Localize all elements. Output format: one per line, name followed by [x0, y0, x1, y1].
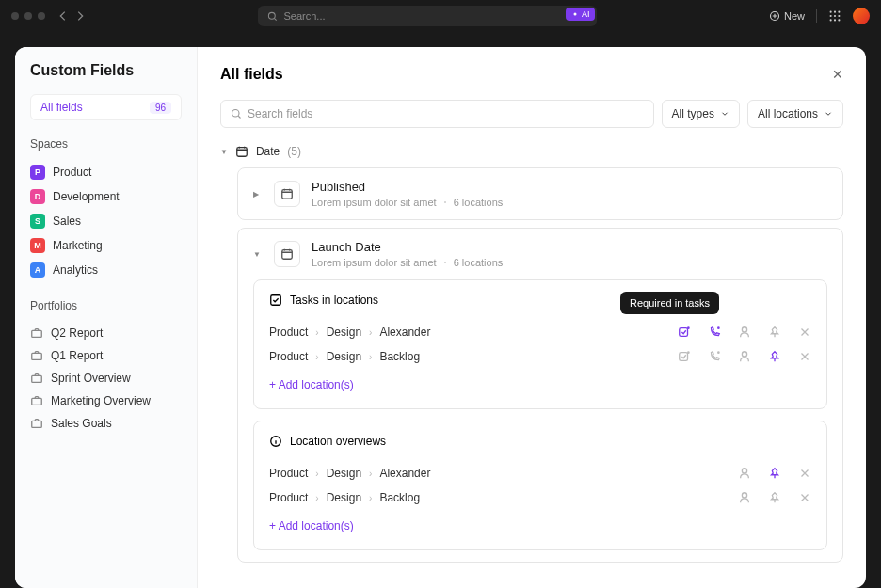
pin-icon[interactable] [768, 326, 781, 339]
sidebar-item-portfolio[interactable]: Q2 Report [30, 322, 182, 344]
sidebar-item-space[interactable]: AAnalytics [30, 258, 182, 282]
phone-icon[interactable] [708, 326, 721, 339]
svg-point-11 [838, 19, 840, 21]
svg-point-10 [834, 19, 836, 21]
svg-point-9 [830, 19, 832, 21]
pin-icon[interactable] [768, 491, 781, 504]
search-placeholder: Search... [283, 10, 325, 22]
space-label: Marketing [53, 239, 103, 252]
filter-types[interactable]: All types [662, 100, 740, 128]
plus-circle-icon [769, 10, 780, 22]
portfolio-label: Sprint Overview [51, 372, 131, 385]
remove-icon[interactable] [798, 467, 811, 480]
sidebar-item-portfolio[interactable]: Q1 Report [30, 344, 182, 367]
window-controls[interactable] [11, 12, 45, 20]
page-title: All fields [220, 66, 283, 83]
sidebar-item-space[interactable]: DDevelopment [30, 184, 182, 209]
space-label: Sales [53, 215, 81, 228]
back-icon[interactable] [56, 9, 70, 23]
svg-point-23 [687, 326, 690, 329]
field-name: Launch Date [312, 240, 827, 254]
briefcase-icon [30, 394, 43, 407]
sidebar-item-space[interactable]: PProduct [30, 160, 182, 184]
phone-icon[interactable] [708, 350, 721, 363]
required-task-icon[interactable] [678, 350, 691, 363]
svg-point-4 [834, 11, 836, 13]
svg-rect-16 [32, 421, 42, 427]
space-icon: P [30, 165, 45, 180]
sidebar-item-space[interactable]: MMarketing [30, 233, 182, 258]
sidebar-item-space[interactable]: SSales [30, 209, 182, 233]
main-content: All fields ✕ Search fields All types All… [198, 47, 866, 588]
field-card-published[interactable]: ▶ Published Lorem ipsum dolor sit amet 6… [237, 167, 843, 220]
svg-rect-12 [32, 330, 42, 337]
chevron-down-icon [824, 109, 833, 119]
svg-point-28 [717, 351, 720, 354]
svg-rect-22 [680, 328, 688, 337]
sidebar-tab-all-fields[interactable]: All fields 96 [30, 94, 182, 120]
avatar[interactable] [853, 8, 870, 24]
global-search[interactable]: Search... AI [258, 6, 597, 26]
person-icon[interactable] [738, 326, 751, 339]
search-icon [267, 11, 278, 22]
breadcrumb[interactable]: Product› Design› Backlog [269, 350, 420, 363]
caret-down-icon: ▼ [220, 148, 228, 156]
breadcrumb[interactable]: Product› Design› Backlog [269, 491, 420, 504]
person-icon[interactable] [738, 467, 751, 480]
add-location-button[interactable]: + Add location(s) [269, 369, 811, 395]
space-label: Analytics [53, 263, 98, 277]
svg-point-32 [742, 493, 746, 498]
sparkle-icon [571, 10, 579, 18]
pin-icon[interactable] [768, 350, 781, 363]
remove-icon[interactable] [798, 491, 811, 504]
svg-point-7 [834, 15, 836, 17]
briefcase-icon [30, 372, 43, 385]
breadcrumb[interactable]: Product› Design› Alexander [269, 467, 430, 480]
remove-icon[interactable] [798, 350, 811, 363]
svg-rect-20 [282, 250, 293, 260]
apps-icon[interactable] [828, 9, 841, 23]
required-task-icon[interactable] [678, 326, 691, 339]
portfolio-label: Q2 Report [51, 326, 103, 340]
filter-locations[interactable]: All locations [747, 100, 843, 128]
sidebar-item-portfolio[interactable]: Marketing Overview [30, 389, 182, 412]
group-header-date[interactable]: ▼ Date (5) [220, 145, 843, 158]
breadcrumb[interactable]: Product› Design› Alexander [269, 326, 430, 339]
tooltip: Required in tasks [620, 292, 719, 314]
chevron-down-icon [720, 109, 729, 119]
forward-icon[interactable] [73, 9, 87, 23]
caret-right-icon[interactable]: ▶ [253, 190, 263, 199]
sidebar-item-portfolio[interactable]: Sprint Overview [30, 367, 182, 389]
section-title: Location overviews [290, 435, 386, 448]
svg-point-27 [687, 351, 690, 354]
person-icon[interactable] [738, 350, 751, 363]
space-icon: D [30, 189, 45, 204]
space-label: Development [53, 190, 120, 203]
count-badge: 96 [150, 102, 171, 114]
svg-point-17 [232, 110, 240, 118]
spaces-label: Spaces [30, 137, 182, 151]
calendar-icon [274, 241, 300, 267]
info-icon [269, 435, 282, 448]
svg-point-6 [830, 15, 832, 17]
tasks-in-locations: Tasks in locations Product› Design› Alex… [253, 279, 827, 409]
nav-arrows[interactable] [56, 9, 87, 23]
sidebar-item-portfolio[interactable]: Sales Goals [30, 412, 182, 435]
search-fields-input[interactable]: Search fields [220, 100, 654, 128]
svg-rect-13 [32, 353, 42, 359]
briefcase-icon [30, 417, 43, 430]
space-label: Product [53, 166, 91, 179]
ai-badge[interactable]: AI [566, 8, 596, 21]
svg-point-24 [717, 326, 720, 329]
close-button[interactable]: ✕ [832, 67, 843, 82]
pin-icon[interactable] [768, 467, 781, 480]
new-button[interactable]: New [769, 10, 805, 22]
caret-down-icon[interactable]: ▼ [253, 250, 263, 259]
space-icon: S [30, 214, 45, 229]
person-icon[interactable] [738, 491, 751, 504]
add-location-button[interactable]: + Add location(s) [269, 510, 811, 536]
svg-point-8 [838, 15, 840, 17]
field-name: Published [312, 180, 827, 194]
remove-icon[interactable] [798, 326, 811, 339]
briefcase-icon [30, 349, 43, 362]
